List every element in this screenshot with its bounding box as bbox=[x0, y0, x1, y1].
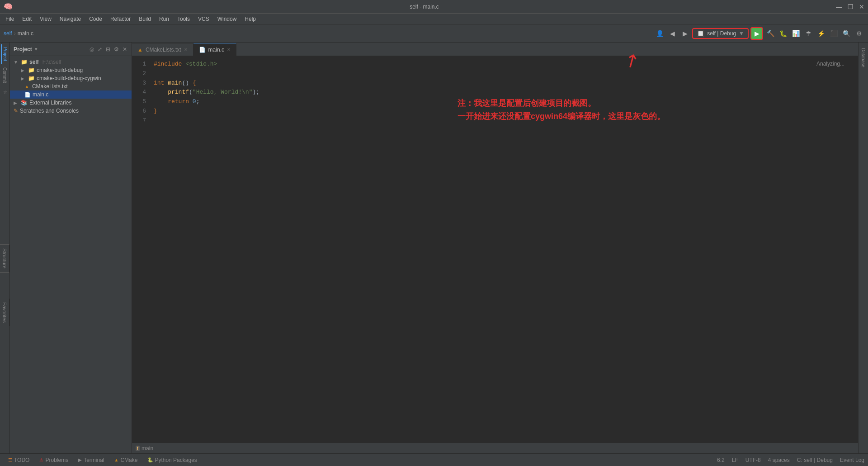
menu-edit[interactable]: Edit bbox=[19, 15, 35, 23]
tree-mainc[interactable]: 📄 main.c bbox=[10, 90, 132, 99]
todo-icon: ☰ bbox=[8, 457, 12, 462]
menu-build[interactable]: Build bbox=[135, 15, 155, 23]
sidebar-bookmarks-icon[interactable]: ☆ bbox=[1, 87, 8, 97]
fn-breadcrumb-bar: f main bbox=[132, 442, 858, 453]
mainc-label: main.c bbox=[33, 91, 48, 98]
line-ending: LF bbox=[732, 457, 738, 463]
code-line-3: int main() { bbox=[154, 79, 853, 88]
line-num-6: 6 bbox=[134, 107, 146, 116]
cursor-position: 6:2 bbox=[717, 457, 725, 463]
menu-view[interactable]: View bbox=[36, 15, 55, 23]
coverage-button[interactable]: ☂ bbox=[803, 28, 814, 39]
tab-python-packages[interactable]: 🐍 Python Packages bbox=[143, 456, 201, 464]
menu-navigate[interactable]: Navigate bbox=[56, 15, 85, 23]
code-editor[interactable]: #include <stdio.h> int main() { printf("… bbox=[148, 56, 858, 453]
project-settings-button[interactable]: ⚙ bbox=[113, 45, 120, 53]
project-title: Project bbox=[14, 46, 32, 52]
ext-libs-label: External Libraries bbox=[29, 100, 71, 106]
tree-cmake-debug[interactable]: ▶ 📁 cmake-build-debug bbox=[10, 66, 132, 74]
menu-refactor[interactable]: Refactor bbox=[107, 15, 134, 23]
structure-panel-toggle[interactable]: Structure bbox=[0, 244, 9, 273]
menu-vcs[interactable]: VCS bbox=[194, 15, 213, 23]
title-bar-left: 🧠 bbox=[4, 2, 13, 11]
maximize-button[interactable]: ❒ bbox=[848, 3, 854, 10]
valgrind-button[interactable]: ⚡ bbox=[816, 28, 826, 39]
bottom-bar: ☰ TODO ⚠ Problems ▶ Terminal ▲ CMake 🐍 P… bbox=[0, 453, 868, 466]
tab-cmake[interactable]: ▲ CMake bbox=[110, 456, 142, 464]
tab-mainc[interactable]: 📄 main.c ✕ bbox=[193, 43, 236, 56]
indent-info: 4 spaces bbox=[768, 457, 790, 463]
tree-cmake-debug-cygwin[interactable]: ▶ 📁 cmake-build-debug-cygwin bbox=[10, 74, 132, 82]
fn-icon: f bbox=[136, 446, 140, 451]
tab-terminal[interactable]: ▶ Terminal bbox=[74, 456, 108, 464]
close-button[interactable]: ✕ bbox=[859, 3, 864, 10]
profile-button[interactable]: 📊 bbox=[790, 28, 801, 39]
project-tree: ▼ 📁 self F:\c\self ▶ 📁 cmake-build-debug… bbox=[10, 56, 132, 453]
tree-root[interactable]: ▼ 📁 self F:\c\self bbox=[10, 58, 132, 66]
run-config-label: self | Debug bbox=[707, 30, 736, 37]
cmake-tab-icon: ▲ bbox=[137, 47, 143, 53]
close-panel-button[interactable]: ✕ bbox=[122, 45, 128, 53]
code-line-1: #include <stdio.h> bbox=[154, 60, 853, 69]
favorites-panel-toggle[interactable]: Favorites bbox=[0, 299, 9, 326]
menu-run[interactable]: Run bbox=[156, 15, 173, 23]
debug-button[interactable]: 🐛 bbox=[778, 28, 788, 39]
settings-button[interactable]: ⚙ bbox=[854, 28, 864, 39]
menu-file[interactable]: File bbox=[2, 15, 18, 23]
cmake-tab-close[interactable]: ✕ bbox=[184, 47, 188, 52]
cmake-cygwin-arrow: ▶ bbox=[21, 76, 26, 81]
mainc-tab-label: main.c bbox=[208, 47, 224, 53]
title-bar-right: — ❒ ✕ bbox=[836, 3, 864, 10]
database-panel-toggle[interactable]: Database bbox=[860, 44, 867, 71]
title-bar: 🧠 self - main.c — ❒ ✕ bbox=[0, 0, 868, 14]
tree-cmakelists[interactable]: ▲ CMakeLists.txt bbox=[10, 82, 132, 90]
tree-external-libs[interactable]: ▶ 📚 External Libraries bbox=[10, 99, 132, 107]
problems-icon: ⚠ bbox=[39, 457, 43, 462]
root-label: self bbox=[29, 59, 39, 65]
root-path: F:\c\self bbox=[42, 59, 61, 65]
breadcrumb-project[interactable]: self bbox=[4, 30, 12, 37]
editor-area: ▲ CMakeLists.txt ✕ 📄 main.c ✕ 1 2 3 4 5 bbox=[132, 43, 858, 453]
cmake-cygwin-folder-icon: 📁 bbox=[28, 75, 35, 81]
run-button[interactable]: ▶ bbox=[750, 27, 763, 40]
cmake-file-icon: ▲ bbox=[24, 84, 29, 89]
dropdown-arrow[interactable]: ▼ bbox=[739, 30, 744, 37]
mainc-tab-close[interactable]: ✕ bbox=[227, 47, 231, 52]
breadcrumb-file[interactable]: main.c bbox=[18, 30, 33, 37]
collapse-all-button[interactable]: ⊟ bbox=[105, 45, 111, 53]
tab-problems[interactable]: ⚠ Problems bbox=[35, 456, 73, 464]
code-line-2 bbox=[154, 69, 853, 79]
project-panel: Project ▼ ◎ ⤢ ⊟ ⚙ ✕ ▼ 📁 self F:\c\self bbox=[10, 43, 132, 453]
menu-help[interactable]: Help bbox=[241, 15, 259, 23]
locate-file-button[interactable]: ◎ bbox=[89, 45, 95, 53]
stop-button[interactable]: ⬛ bbox=[828, 28, 839, 39]
tab-todo[interactable]: ☰ TODO bbox=[4, 456, 34, 464]
breadcrumb-sep: › bbox=[14, 30, 16, 37]
expand-all-button[interactable]: ⤢ bbox=[97, 45, 103, 53]
tabs-bar: ▲ CMakeLists.txt ✕ 📄 main.c ✕ bbox=[132, 43, 858, 56]
menu-window[interactable]: Window bbox=[214, 15, 241, 23]
main-layout: Project Commit ☆ Project ▼ ◎ ⤢ ⊟ ⚙ ✕ ▼ 📁 bbox=[0, 43, 868, 453]
menu-bar: File Edit View Navigate Code Refactor Bu… bbox=[0, 14, 868, 24]
cmake-tab-label: CMakeLists.txt bbox=[146, 47, 181, 53]
menu-code[interactable]: Code bbox=[85, 15, 106, 23]
forward-button[interactable]: ▶ bbox=[679, 28, 690, 39]
cmake-cygwin-label: cmake-build-debug-cygwin bbox=[37, 75, 101, 81]
minimize-button[interactable]: — bbox=[836, 3, 842, 10]
code-line-6: } bbox=[154, 107, 853, 116]
editor-content[interactable]: 1 2 3 4 5 6 7 #include <stdio.h> int mai… bbox=[132, 56, 858, 453]
user-icon[interactable]: 👤 bbox=[654, 28, 665, 39]
python-icon: 🐍 bbox=[147, 457, 153, 462]
tree-scratches[interactable]: ✎ Scratches and Consoles bbox=[10, 107, 132, 115]
build-button[interactable]: 🔨 bbox=[765, 28, 776, 39]
title-bar-center: self - main.c bbox=[410, 4, 439, 10]
sidebar-project-icon[interactable]: Project bbox=[1, 44, 9, 64]
breadcrumb: self › main.c bbox=[4, 30, 33, 37]
sidebar-commit-icon[interactable]: Commit bbox=[1, 65, 8, 86]
back-button[interactable]: ◀ bbox=[667, 28, 678, 39]
menu-tools[interactable]: Tools bbox=[174, 15, 193, 23]
code-line-7 bbox=[154, 116, 853, 126]
search-button[interactable]: 🔍 bbox=[841, 28, 852, 39]
tab-cmakelists[interactable]: ▲ CMakeLists.txt ✕ bbox=[132, 43, 193, 56]
event-log[interactable]: Event Log bbox=[840, 457, 864, 463]
